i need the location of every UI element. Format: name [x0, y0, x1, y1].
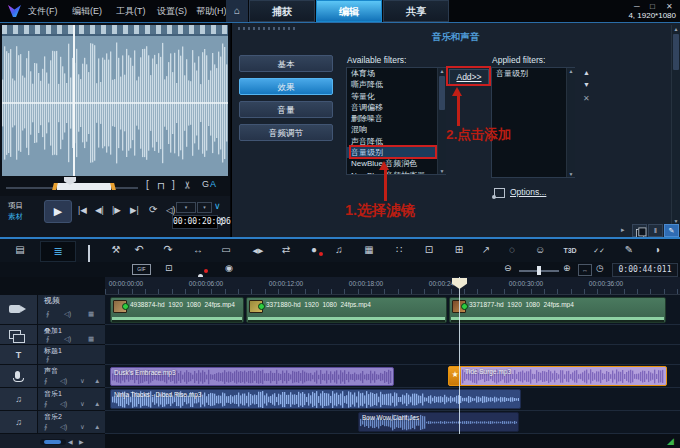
move-filter-up-icon[interactable]: ▲ [583, 69, 590, 76]
track-header-voice[interactable]: 声音 ∮ ◁) ∨ ▲ [37, 365, 105, 388]
panel-tab-effect[interactable]: 效果 [239, 78, 333, 95]
go-end-icon[interactable]: ▶| [130, 206, 139, 215]
go-start-icon[interactable]: |◀ [78, 206, 87, 215]
filter-item[interactable]: NewBlue 音频润色 [347, 158, 445, 169]
available-filters-scrollbar[interactable]: ▲ ▼ [437, 68, 446, 174]
track-header-title[interactable]: 标题1 ∮ [37, 345, 105, 365]
panel-tab-basic[interactable]: 基本 [239, 55, 333, 72]
applied-filters-scrollbar[interactable]: ▲ ▼ [566, 68, 575, 177]
scroll-down-icon[interactable]: ▼ [567, 171, 575, 177]
fade-icon[interactable]: ∨ [80, 400, 85, 408]
remove-filter-icon[interactable]: ✕ [583, 94, 590, 103]
timeline-playhead-line[interactable] [459, 277, 460, 434]
filter-item[interactable]: NewBlue 音频均衡器 [347, 170, 445, 175]
maximize-icon[interactable]: □ [650, 2, 655, 11]
storyboard-view-icon[interactable]: ▤ [12, 245, 28, 255]
zoom-slider-thumb[interactable] [537, 266, 541, 275]
speaker-icon[interactable]: ◁) [64, 310, 71, 318]
options-gear-icon[interactable] [494, 188, 505, 198]
fade-icon[interactable]: ∨ [80, 423, 85, 431]
tab-edit[interactable]: 编辑 [316, 0, 382, 22]
timeline-view-icon[interactable]: ≣ [40, 241, 76, 262]
speaker-icon[interactable]: ◁) [60, 400, 67, 408]
track-header-music1[interactable]: 音乐1 ∮ ◁) ∨ ▲ [37, 388, 105, 411]
menu-tools[interactable]: 工具(T) [116, 0, 146, 22]
painting-creator-icon[interactable]: ▦ [361, 245, 377, 255]
link-icon[interactable]: ∮ [44, 423, 47, 431]
speaker-icon[interactable]: ◁) [64, 335, 71, 343]
options-button[interactable]: Options... [510, 187, 546, 197]
zoom-in-icon[interactable]: ⊕ [563, 264, 571, 273]
link-icon[interactable]: ∮ [46, 335, 49, 343]
track-icon-video[interactable] [0, 295, 37, 325]
tools-icon[interactable]: ⚒ [108, 245, 124, 255]
link-icon[interactable]: ∮ [44, 377, 47, 385]
preview-size-dropdown[interactable]: ▾ [197, 202, 212, 213]
pen-edit-icon[interactable]: ✎ [621, 245, 637, 255]
fade-icon[interactable]: ∨ [80, 377, 85, 385]
menu-help[interactable]: 帮助(H) [196, 0, 227, 22]
track-icon-title[interactable]: T [0, 345, 37, 365]
lane-title[interactable] [105, 345, 680, 365]
timeline-ruler[interactable]: 00:00:00:00 00:00:06:00 00:00:12:00 00:0… [105, 277, 680, 295]
gallery-view-button[interactable] [632, 224, 647, 237]
list-view-button[interactable]: ‖ [648, 224, 663, 237]
trim-icon[interactable]: ⇄ [278, 245, 294, 255]
clock-icon[interactable]: ◷ [596, 264, 604, 273]
resize-grip-icon[interactable]: ◢ [667, 436, 674, 446]
scroll-up-icon[interactable]: ▲ [672, 26, 680, 32]
face-effect-icon[interactable]: ☺ [532, 245, 548, 255]
scrollbar-thumb[interactable] [439, 76, 445, 110]
hscrollbar-thumb[interactable] [44, 440, 61, 444]
track-icon-voice[interactable] [0, 365, 37, 388]
scrub-range-icon[interactable]: ⊓ [157, 181, 165, 191]
preview-timecode[interactable]: 00:00:20:006 [172, 215, 218, 229]
step-back-icon[interactable]: ◀| [95, 206, 104, 215]
clip-video-3[interactable]: 3371877-hd_1920_1080_24fps.mp4 [449, 297, 666, 323]
tab-share[interactable]: 共享 [383, 0, 449, 22]
scroll-down-icon[interactable]: ▼ [438, 168, 446, 174]
track-icon-overlay[interactable] [0, 325, 37, 345]
timecode-spin-down-icon[interactable]: ▼ [219, 221, 224, 227]
link-icon[interactable]: ∮ [46, 310, 49, 318]
chevron-down-icon[interactable]: ∨ [214, 201, 221, 211]
clip-video-2[interactable]: 3371880-hd_1920_1080_24fps.mp4 [246, 297, 447, 323]
zoom-out-icon[interactable]: ⊖ [504, 264, 512, 273]
enlarge-icon[interactable]: G [202, 180, 209, 189]
subtitle-editor-icon[interactable]: ⊡ [421, 245, 437, 255]
loop-icon[interactable]: ⟳ [149, 205, 157, 215]
play-button[interactable]: ▶ [44, 200, 72, 223]
sound-mixer-icon[interactable]: ♫ [331, 245, 347, 255]
panel-tab-audio-adjust[interactable]: 音频调节 [239, 124, 333, 141]
enlarge-icon-a[interactable]: A [210, 180, 216, 189]
panel-tab-volume[interactable]: 音量 [239, 101, 333, 118]
title-3d-icon[interactable]: T3D [559, 247, 581, 254]
edit-view-button[interactable]: ✎ [664, 224, 679, 237]
undo-icon[interactable]: ↶ [131, 244, 147, 255]
close-icon[interactable]: ✕ [666, 2, 673, 11]
mask-creator-icon[interactable]: ◌ [504, 245, 520, 255]
batch-convert-icon[interactable]: ✓✓ [589, 247, 609, 254]
trim-handle-right[interactable] [110, 183, 116, 190]
motion-tracking-icon[interactable]: ↗ [478, 245, 494, 255]
panel-scrollbar[interactable]: ▲ ▼ [671, 25, 680, 225]
track-icon-music1[interactable]: ♫ [0, 388, 37, 411]
filter-item[interactable]: 体育场 [347, 68, 445, 79]
track-header-video[interactable]: 视频 ∮ ◁) ▦ [37, 295, 105, 325]
expand-arrow-icon[interactable]: ▸ [621, 226, 625, 234]
lane-overlay[interactable] [105, 325, 680, 345]
clip-voice-2-selected[interactable]: ★ Tide Surge.mp3 [448, 366, 667, 386]
scroll-right-icon[interactable]: ▶ [79, 438, 84, 445]
trim-selected-range[interactable] [57, 183, 111, 190]
filter-item[interactable]: 嘶声降低 [347, 79, 445, 90]
ducking-icon[interactable]: ▲ [94, 423, 100, 430]
menu-settings[interactable]: 设置(S) [157, 0, 187, 22]
track-header-overlay[interactable]: 叠加1 ∮ ◁) ▦ [37, 325, 105, 345]
split-clip-icon[interactable]: ✂ [183, 181, 193, 189]
ducking-icon[interactable]: ▲ [94, 400, 100, 407]
scroll-left-icon[interactable]: ◀ [68, 438, 73, 445]
link-icon[interactable]: ∮ [46, 355, 49, 363]
playback-quality-dropdown[interactable]: ▾ [176, 202, 196, 213]
track-icon-music2[interactable]: ♫ [0, 411, 37, 434]
resize-icon[interactable]: ▭ [218, 245, 234, 255]
